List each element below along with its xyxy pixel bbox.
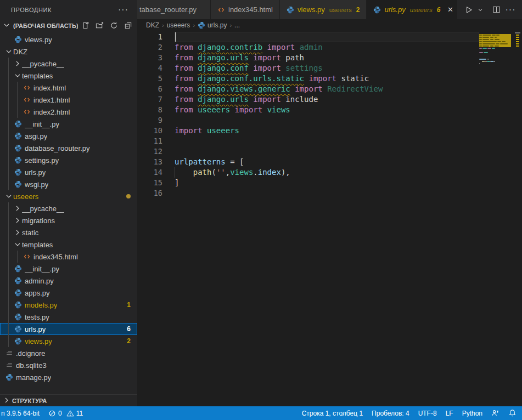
code-line-16[interactable]: 16 bbox=[137, 188, 479, 198]
code-line-11[interactable]: 11 bbox=[137, 136, 479, 146]
minimap-line bbox=[482, 39, 490, 40]
problem-count-badge: 6 bbox=[127, 325, 131, 333]
run-button[interactable] bbox=[463, 4, 475, 16]
ruler-warning-mark bbox=[516, 46, 519, 47]
tree-item-admin.py[interactable]: admin.py bbox=[0, 275, 137, 287]
status-item[interactable]: Python bbox=[462, 410, 482, 417]
feedback-icon[interactable] bbox=[491, 409, 499, 417]
tree-item-label: templates bbox=[22, 72, 53, 80]
code-line-3[interactable]: 3from django.urls import path bbox=[137, 53, 479, 63]
new-file-icon[interactable] bbox=[80, 21, 90, 31]
breadcrumb-item[interactable]: useeers bbox=[167, 21, 190, 29]
code-line-15[interactable]: 15] bbox=[137, 178, 479, 188]
tree-item-asgi.py[interactable]: asgi.py bbox=[0, 130, 137, 142]
code-line-10[interactable]: 10import useeers bbox=[137, 126, 479, 136]
explorer-sidebar: ПРОВОДНИК ··· (РАБОЧАЯ ОБЛАСТЬ) ... view… bbox=[0, 0, 137, 406]
tree-item-static[interactable]: static bbox=[0, 226, 137, 239]
code-line-7[interactable]: 7from django.urls import include bbox=[137, 94, 479, 105]
overview-ruler[interactable] bbox=[513, 31, 522, 406]
tree-item-db.sqlite3[interactable]: db.sqlite3 bbox=[0, 359, 137, 371]
tree-item-manage.py[interactable]: manage.py bbox=[0, 371, 137, 383]
tree-item-index.html[interactable]: index.html bbox=[0, 82, 137, 94]
tree-item-settings.py[interactable]: settings.py bbox=[0, 154, 137, 166]
line-number: 16 bbox=[137, 188, 162, 198]
code-line-9[interactable]: 9 bbox=[137, 115, 479, 126]
status-item[interactable]: LF bbox=[446, 410, 453, 417]
run-dropdown-icon[interactable] bbox=[477, 4, 484, 16]
minimap-line bbox=[482, 48, 487, 49]
breadcrumb-item[interactable]: DKZ bbox=[146, 21, 159, 29]
tree-item-label: templates bbox=[22, 241, 53, 249]
tree-item-label: views.py bbox=[25, 36, 52, 44]
tree-item-.dcignore[interactable]: .dcignore bbox=[0, 347, 137, 359]
code-line-2[interactable]: 2from django.contrib import admin bbox=[137, 42, 479, 53]
breadcrumb-item[interactable]: urls.py bbox=[198, 21, 227, 29]
python-file-icon bbox=[13, 276, 23, 285]
refresh-icon[interactable] bbox=[109, 21, 119, 31]
minimap-line bbox=[495, 37, 497, 38]
close-tab-icon[interactable]: ✕ bbox=[446, 5, 454, 14]
explorer-title: ПРОВОДНИК bbox=[11, 7, 52, 13]
tree-item-wsgi.py[interactable]: wsgi.py bbox=[0, 178, 137, 190]
tree-item---init--.py[interactable]: __init__.py bbox=[0, 118, 137, 130]
tree-item-useeers[interactable]: useeers bbox=[0, 190, 137, 202]
tree-item-models.py[interactable]: models.py1 bbox=[0, 299, 137, 311]
notifications-bell-icon[interactable] bbox=[508, 409, 517, 417]
tree-item---pycache--[interactable]: __pycache__ bbox=[0, 202, 137, 214]
tree-item-views.py[interactable]: views.py bbox=[0, 33, 137, 46]
status-item[interactable]: Строка 1, столбец 1 bbox=[302, 410, 363, 417]
outline-section-header[interactable]: СТРУКТУРА bbox=[0, 394, 137, 406]
warning-count: 11 bbox=[76, 410, 83, 417]
tree-item-index345.html[interactable]: index345.html bbox=[0, 251, 137, 263]
new-folder-icon[interactable] bbox=[94, 21, 104, 31]
tree-item-urls.py[interactable]: urls.py6 bbox=[0, 323, 137, 335]
code-editor[interactable]: 12from django.contrib import admin3from … bbox=[137, 31, 522, 406]
breadcrumb-separator: › bbox=[193, 22, 195, 29]
tree-item-label: manage.py bbox=[16, 373, 51, 382]
python-interpreter-status[interactable]: n 3.9.5 64-bit bbox=[1, 410, 40, 417]
tab-tabase_roouter.py[interactable]: tabase_roouter.py bbox=[137, 0, 211, 19]
tree-item-label: views.py bbox=[25, 337, 52, 345]
tree-item---pycache--[interactable]: __pycache__ bbox=[0, 58, 137, 70]
minimap-line bbox=[495, 46, 499, 47]
split-editor-icon[interactable] bbox=[490, 4, 502, 16]
tree-item-label: .dcignore bbox=[16, 349, 45, 357]
tree-item-index1.html[interactable]: index1.html bbox=[0, 94, 137, 106]
tree-item-index2.html[interactable]: index2.html bbox=[0, 106, 137, 118]
python-file-icon bbox=[13, 313, 23, 321]
code-line-6[interactable]: 6from django.views.generic import Redire… bbox=[137, 84, 479, 94]
tree-item-label: __init__.py bbox=[25, 265, 59, 273]
problems-status[interactable]: 0 11 bbox=[48, 410, 83, 417]
code-line-5[interactable]: 5from django.conf.urls.static import sta… bbox=[137, 73, 479, 84]
tree-item-label: models.py bbox=[25, 301, 57, 309]
tab-index345.html[interactable]: index345.html bbox=[211, 0, 280, 19]
code-line-12[interactable]: 12 bbox=[137, 146, 479, 157]
workspace-section-header[interactable]: (РАБОЧАЯ ОБЛАСТЬ) ... bbox=[0, 19, 137, 32]
explorer-more-actions-icon[interactable]: ··· bbox=[118, 5, 128, 15]
tree-item-templates[interactable]: templates bbox=[0, 70, 137, 82]
code-line-4[interactable]: 4from django.conf import settings bbox=[137, 63, 479, 73]
collapse-all-icon[interactable] bbox=[123, 21, 133, 31]
code-line-8[interactable]: 8from useeers import views bbox=[137, 105, 479, 115]
tree-item-templates[interactable]: templates bbox=[0, 239, 137, 251]
tree-item-views.py[interactable]: views.py2 bbox=[0, 335, 137, 347]
minimap[interactable] bbox=[479, 31, 513, 406]
minimap-line bbox=[496, 43, 499, 44]
status-item[interactable]: UTF-8 bbox=[418, 410, 437, 417]
more-actions-icon[interactable]: ··· bbox=[504, 4, 517, 16]
breadcrumb-item[interactable]: ... bbox=[234, 21, 240, 29]
tree-item-tests.py[interactable]: tests.py bbox=[0, 311, 137, 323]
status-item[interactable]: Пробелов: 4 bbox=[372, 410, 409, 417]
code-line-13[interactable]: 13urlpatterns = [ bbox=[137, 157, 479, 167]
code-line-14[interactable]: 14 path('',views.index), bbox=[137, 167, 479, 178]
tree-item-DKZ[interactable]: DKZ bbox=[0, 46, 137, 58]
tree-item---init--.py[interactable]: __init__.py bbox=[0, 263, 137, 275]
ruler-warning-mark bbox=[516, 43, 519, 44]
tree-item-urls.py[interactable]: urls.py bbox=[0, 166, 137, 178]
code-line-1[interactable]: 1 bbox=[137, 32, 479, 42]
tab-views.py[interactable]: views.pyuseeers2 bbox=[280, 0, 367, 19]
tab-urls.py[interactable]: urls.pyuseeers6✕ bbox=[367, 0, 462, 19]
tree-item-database-roouter.py[interactable]: database_roouter.py bbox=[0, 142, 137, 154]
tree-item-migrations[interactable]: migrations bbox=[0, 214, 137, 226]
tree-item-apps.py[interactable]: apps.py bbox=[0, 287, 137, 299]
